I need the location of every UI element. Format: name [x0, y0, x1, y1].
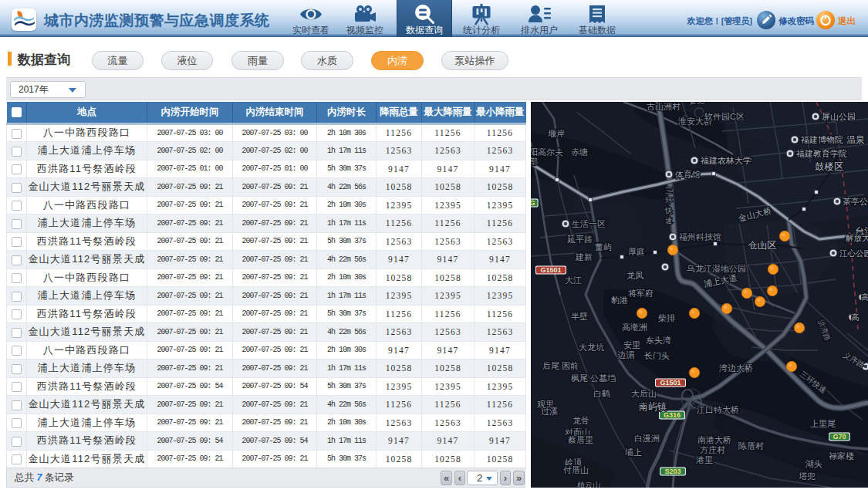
svg-text:建新: 建新 — [575, 252, 593, 262]
svg-text:堰岸: 堰岸 — [548, 129, 565, 138]
svg-text:高: 高 — [861, 292, 868, 302]
svg-text:快: 快 — [664, 206, 673, 214]
svg-text:后尾 囷前: 后尾 囷前 — [542, 361, 579, 370]
svg-text:环: 环 — [665, 196, 673, 204]
svg-text:福建农林大学: 福建农林大学 — [701, 156, 751, 165]
svg-text:陈厝村: 陈厝村 — [738, 441, 764, 451]
svg-text:南港大桥: 南港大桥 — [697, 435, 731, 444]
svg-text:鼓楼区: 鼓楼区 — [815, 161, 844, 172]
svg-text:安里: 安里 — [623, 340, 640, 349]
svg-text:福建教育学院: 福建教育学院 — [796, 149, 847, 158]
svg-text:蔡厝里: 蔡厝里 — [568, 435, 593, 444]
svg-text:龙凤: 龙凤 — [627, 271, 643, 280]
svg-text:解放大桥: 解放大桥 — [846, 233, 868, 242]
svg-text:湾边大桥: 湾边大桥 — [719, 363, 753, 373]
svg-text:长门头: 长门头 — [643, 351, 670, 360]
svg-text:白鹤: 白鹤 — [593, 389, 610, 398]
svg-text:软件园C区: 软件园C区 — [704, 112, 745, 121]
svg-text:禄家楼: 禄家楼 — [829, 451, 854, 461]
svg-text:G70: G70 — [833, 433, 846, 441]
svg-text:东头湾: 东头湾 — [646, 336, 671, 345]
svg-text:边湄: 边湄 — [617, 350, 634, 360]
svg-text:延平路: 延平路 — [567, 235, 593, 244]
svg-text:大江: 大江 — [565, 275, 582, 285]
svg-text:S203: S203 — [664, 468, 681, 475]
svg-text:乌龙江湿地公园: 乌龙江湿地公园 — [686, 264, 746, 273]
svg-text:江口特大桥: 江口特大桥 — [696, 405, 739, 414]
svg-text:过溪: 过溪 — [541, 407, 558, 416]
svg-text:豹港: 豹港 — [610, 295, 628, 305]
svg-text:付厝山: 付厝山 — [562, 465, 589, 474]
svg-text:屏山公园: 屏山公园 — [822, 112, 856, 121]
svg-text:福建博物院: 福建博物院 — [801, 135, 843, 144]
svg-text:温泉: 温泉 — [846, 134, 865, 145]
svg-text:大后山: 大后山 — [631, 389, 657, 398]
svg-text:G1501: G1501 — [660, 379, 681, 387]
svg-text:厚庭: 厚庭 — [628, 247, 645, 256]
svg-text:G1501: G1501 — [540, 266, 561, 274]
svg-text:方庄村: 方庄村 — [700, 445, 725, 454]
svg-text:福州科技馆: 福州科技馆 — [679, 232, 721, 241]
svg-text:埔上: 埔上 — [624, 447, 642, 457]
svg-text:湖头: 湖头 — [805, 459, 822, 468]
svg-text:茶亭公: 茶亭公 — [843, 197, 868, 206]
svg-text:阳高尔夫: 阳高尔夫 — [531, 147, 563, 157]
svg-text:高: 高 — [851, 312, 860, 322]
svg-text:柴排: 柴排 — [658, 313, 675, 322]
svg-text:仓山区: 仓山区 — [748, 240, 777, 251]
svg-text:江心公园: 江心公园 — [839, 248, 868, 258]
svg-text:赤塘: 赤塘 — [571, 147, 588, 157]
svg-text:G316: G316 — [664, 411, 681, 419]
svg-text:塔兜: 塔兜 — [799, 471, 816, 481]
svg-text:娄兜: 娄兜 — [689, 102, 704, 105]
svg-text:古山洲村: 古山洲村 — [647, 102, 681, 111]
svg-text:G: G — [531, 199, 535, 207]
svg-text:董屿: 董屿 — [595, 242, 612, 252]
svg-text:三: 三 — [665, 186, 673, 194]
svg-text:生活一区: 生活一区 — [572, 219, 606, 228]
svg-text:将军府: 将军府 — [628, 289, 654, 298]
svg-text:龙骨: 龙骨 — [572, 416, 589, 425]
svg-text:白漫洲: 白漫洲 — [634, 434, 660, 443]
svg-text:速: 速 — [665, 216, 673, 225]
svg-text:半壁: 半壁 — [571, 312, 588, 321]
svg-text:高墘洲: 高墘洲 — [622, 322, 647, 332]
svg-text:体育馆: 体育馆 — [674, 170, 701, 179]
svg-text:大龙坑: 大龙坑 — [579, 343, 604, 352]
svg-text:南屿镇: 南屿镇 — [639, 401, 667, 412]
svg-text:植云山: 植云山 — [577, 481, 600, 488]
svg-text:上里尾: 上里尾 — [810, 419, 836, 428]
svg-text:部: 部 — [531, 157, 538, 166]
svg-text:枫尾 公墓垱: 枫尾 公墓垱 — [571, 373, 616, 383]
svg-text:港里: 港里 — [696, 455, 713, 464]
